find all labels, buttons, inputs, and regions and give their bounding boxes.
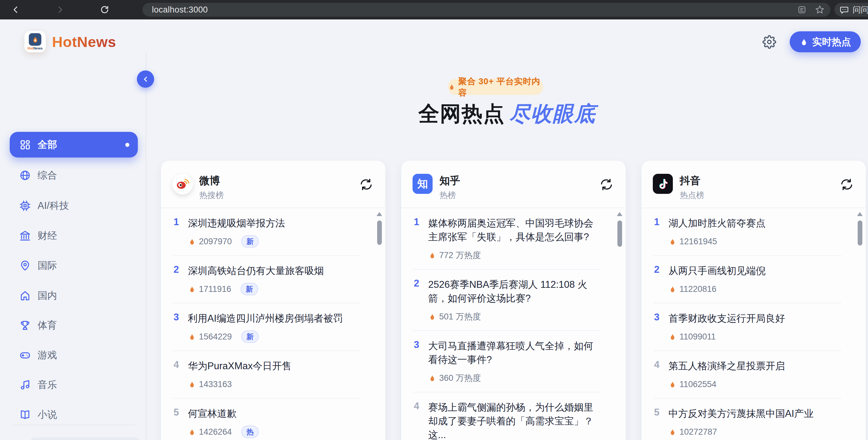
board-name: 热榜 (439, 190, 456, 201)
sidebar-collapse-button[interactable] (137, 70, 154, 88)
sidebar-partial-item[interactable] (29, 438, 142, 440)
settings-gear-icon[interactable] (762, 34, 777, 50)
scrollbar-thumb[interactable] (617, 220, 622, 247)
hero-badge-text: 聚合 30+ 平台实时内容 (458, 76, 543, 98)
douyin-logo-icon (653, 174, 674, 194)
refresh-icon[interactable] (600, 178, 613, 191)
item-title: 首季财政收支运行开局良好 (669, 312, 841, 325)
hot-item[interactable]: 4 第五人格演绎之星投票开启 11062554 (653, 351, 841, 399)
hero-badge: 聚合 30+ 平台实时内容 (448, 79, 543, 95)
logo-text-hot: Hot (28, 46, 33, 50)
chip-icon (20, 200, 31, 211)
hot-item[interactable]: 2 从两只手画线初见端倪 11220816 (653, 256, 841, 304)
scroll-up-arrow[interactable] (857, 212, 863, 216)
hot-item[interactable]: 3 利用AI编造四川泸州楼房倒塌者被罚 1564229 新 (173, 304, 361, 351)
sidebar-item-all[interactable]: 全部 (10, 132, 138, 158)
browser-chrome: localhost:3000 问问豆 (0, 0, 868, 20)
hot-item[interactable]: 2 2526赛季NBA季后赛湖人 112:108 火箭，如何评价这场比赛? 50… (413, 270, 601, 331)
sidebar-item-label: 音乐 (38, 378, 57, 391)
live-hotspot-button[interactable]: 实时热点 (790, 31, 861, 52)
active-dot (125, 143, 129, 147)
item-title: 2526赛季NBA季后赛湖人 112:108 火箭，如何评价这场比赛? (428, 278, 601, 305)
flame-icon (669, 333, 676, 341)
flame-icon (669, 428, 676, 436)
sidebar-item-label: 国内 (38, 289, 57, 302)
flame-icon (188, 285, 196, 293)
hot-item[interactable]: 2 深圳高铁站台仍有大量旅客吸烟 1711916 新 (173, 256, 361, 304)
sidebar-item-domestic[interactable]: 国内 (10, 281, 138, 310)
flame-icon (428, 313, 436, 321)
flame-icon (799, 38, 808, 46)
hot-item[interactable]: 1 湖人加时胜火箭夺赛点 12161945 (653, 208, 841, 256)
heat-count: 360 万热度 (439, 372, 481, 384)
sidebar-item-games[interactable]: 游戏 (10, 340, 138, 370)
refresh-icon[interactable] (360, 178, 373, 191)
reader-mode-icon[interactable] (797, 5, 807, 14)
flame-icon (188, 428, 196, 436)
gamepad-icon (20, 349, 31, 361)
scrollbar-thumb[interactable] (858, 220, 862, 246)
heat-count: 11220816 (679, 284, 716, 294)
sidebar-item-international[interactable]: 国际 (10, 251, 138, 280)
sidebar-item-sports[interactable]: 体育 (10, 310, 138, 340)
zhihu-logo-char: 知 (417, 177, 428, 191)
card-scrollbar[interactable] (376, 211, 382, 440)
scroll-up-arrow[interactable] (376, 212, 382, 216)
card-scrollbar[interactable] (857, 211, 863, 440)
hot-item[interactable]: 1 深圳违规吸烟举报方法 2097970 新 (173, 208, 361, 256)
assistant-label: 问问豆 (852, 4, 868, 15)
browser-reload-icon[interactable] (99, 4, 110, 15)
live-hotspot-label: 实时热点 (812, 35, 851, 49)
sidebar-item-general[interactable]: 综合 (10, 160, 138, 190)
bookmark-star-icon[interactable] (815, 5, 825, 15)
card-scrollbar[interactable] (617, 211, 622, 440)
sidebar-item-ai-tech[interactable]: AI/科技 (10, 191, 138, 220)
logo-text-news: News (33, 46, 43, 50)
heat-count: 1711916 (199, 284, 231, 294)
browser-forward-icon[interactable] (55, 4, 66, 15)
rank-number: 2 (414, 278, 426, 289)
heat-count: 772 万热度 (439, 250, 481, 261)
scroll-up-arrow[interactable] (617, 212, 622, 216)
item-title: 何宣林道歉 (188, 407, 361, 420)
item-title: 媒体称两届奥运冠军、中国羽毛球协会主席张军「失联」，具体是怎么回事? (428, 216, 601, 244)
hot-item[interactable]: 5 中方反对美方污蔑抹黑中国AI产业 10272787 (653, 399, 841, 440)
sidebar-item-music[interactable]: 音乐 (10, 370, 138, 400)
douyin-card: 抖音 热点榜 1 湖人加时胜火箭夺赛点 12161945 2 从两只手画线初见端… (642, 161, 866, 440)
hot-item[interactable]: 4 华为PuraXMax今日开售 1433163 (173, 351, 361, 399)
scrollbar-thumb[interactable] (377, 220, 382, 245)
hot-item[interactable]: 5 何宣林道歉 1426264 热 (173, 399, 361, 440)
rank-number: 3 (414, 339, 426, 350)
item-title: 从两只手画线初见端倪 (669, 264, 841, 278)
item-title: 赛场上霸气侧漏的孙杨，为什么婚姻里却成了要妻子哄着的「高需求宝宝」？这... (428, 401, 601, 440)
hot-item[interactable]: 3 首季财政收支运行开局良好 11099011 (653, 304, 841, 351)
sidebar-item-label: 小说 (38, 408, 57, 421)
globe-icon (20, 170, 31, 181)
hot-item[interactable]: 4 赛场上霸气侧漏的孙杨，为什么婚姻里却成了要妻子哄着的「高需求宝宝」？这...… (413, 392, 601, 440)
rank-number: 1 (654, 216, 666, 228)
rank-number: 5 (654, 407, 666, 418)
hotnews-logo[interactable]: HotNews (25, 31, 46, 52)
hot-item[interactable]: 3 大司马直播遭弹幕狂喷人气全掉，如何看待这一事件? 360 万热度 (413, 331, 601, 392)
flame-icon (448, 83, 455, 91)
item-title: 中方反对美方污蔑抹黑中国AI产业 (669, 407, 841, 420)
heat-count: 10272787 (679, 427, 717, 437)
rank-number: 4 (654, 359, 666, 371)
refresh-icon[interactable] (840, 178, 853, 191)
rank-number: 4 (174, 359, 186, 371)
page-title: HotNews (52, 33, 116, 51)
hot-item[interactable]: 1 媒体称两届奥运冠军、中国羽毛球协会主席张军「失联」，具体是怎么回事? 772… (413, 208, 601, 270)
flame-icon (669, 285, 676, 293)
sidebar-item-finance[interactable]: 财经 (10, 221, 138, 251)
browser-back-icon[interactable] (10, 4, 21, 15)
music-note-icon (20, 379, 31, 390)
zhihu-logo-icon: 知 (412, 174, 433, 194)
browser-assistant-pill[interactable]: 问问豆 (835, 3, 868, 17)
sidebar-item-label: 体育 (38, 319, 57, 332)
heat-count: 11099011 (679, 332, 716, 342)
sidebar-item-label: AI/科技 (38, 199, 69, 212)
platform-name: 抖音 (680, 174, 701, 188)
status-badge: 新 (241, 235, 259, 248)
address-bar[interactable]: localhost:3000 (143, 3, 830, 17)
heat-count: 1564229 (199, 332, 232, 342)
